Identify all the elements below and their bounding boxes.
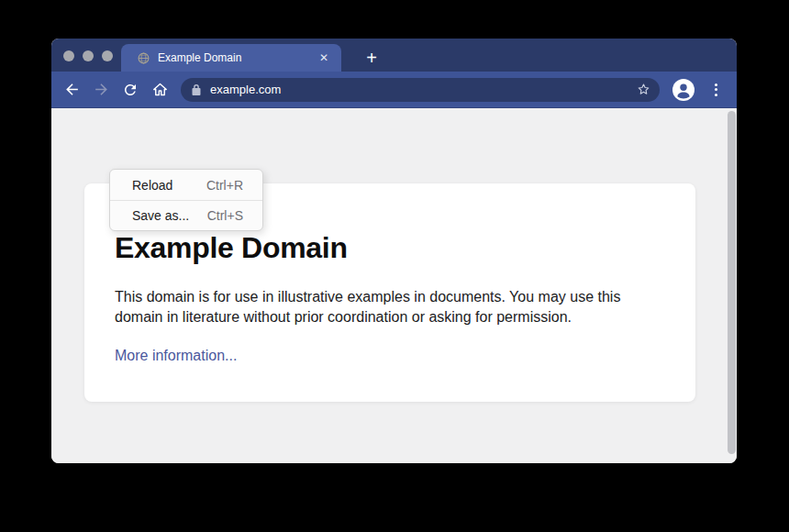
new-tab-button[interactable]: + <box>358 44 385 72</box>
context-menu-item-save-as[interactable]: Save as... Ctrl+S <box>110 200 262 230</box>
back-button[interactable] <box>57 75 86 105</box>
url-text[interactable]: example.com <box>210 83 636 96</box>
page-paragraph: This domain is for use in illustrative e… <box>115 287 654 327</box>
reload-icon <box>122 82 139 98</box>
profile-avatar-icon[interactable] <box>672 78 695 102</box>
reload-button[interactable] <box>116 75 145 105</box>
window-close-button[interactable] <box>63 50 74 61</box>
more-information-link[interactable]: More information... <box>115 348 237 364</box>
scrollbar[interactable] <box>727 109 737 463</box>
window-minimize-button[interactable] <box>83 50 94 61</box>
page-viewport: Example Domain This domain is for use in… <box>51 109 737 463</box>
menu-item-label: Save as... <box>132 208 189 223</box>
menu-item-shortcut: Ctrl+R <box>206 178 243 193</box>
window-zoom-button[interactable] <box>102 50 113 61</box>
forward-arrow-icon <box>93 81 110 98</box>
menu-dot-icon <box>715 94 717 96</box>
globe-favicon-icon <box>138 52 150 64</box>
browser-toolbar: example.com <box>51 72 737 108</box>
scrollbar-thumb[interactable] <box>728 111 736 454</box>
forward-button[interactable] <box>86 75 116 105</box>
context-menu-item-reload[interactable]: Reload Ctrl+R <box>110 170 262 200</box>
address-bar[interactable]: example.com <box>181 78 660 102</box>
menu-item-label: Reload <box>132 178 172 193</box>
tab-title: Example Domain <box>158 51 317 64</box>
page-heading: Example Domain <box>115 232 659 263</box>
tab-close-icon[interactable]: ✕ <box>317 50 330 65</box>
menu-dot-icon <box>715 88 717 91</box>
context-menu: Reload Ctrl+R Save as... Ctrl+S <box>109 169 263 231</box>
browser-window: Example Domain ✕ + <box>51 39 737 463</box>
home-icon <box>151 81 169 98</box>
titlebar: Example Domain ✕ + <box>51 39 737 72</box>
macos-window-controls <box>63 50 113 61</box>
browser-tab[interactable]: Example Domain ✕ <box>121 44 341 72</box>
menu-dot-icon <box>715 83 717 86</box>
back-arrow-icon <box>63 81 81 98</box>
menu-item-shortcut: Ctrl+S <box>207 208 243 223</box>
home-button[interactable] <box>145 75 174 105</box>
bookmark-star-icon[interactable] <box>636 82 651 97</box>
browser-menu-button[interactable] <box>707 78 724 102</box>
lock-icon <box>191 83 202 96</box>
